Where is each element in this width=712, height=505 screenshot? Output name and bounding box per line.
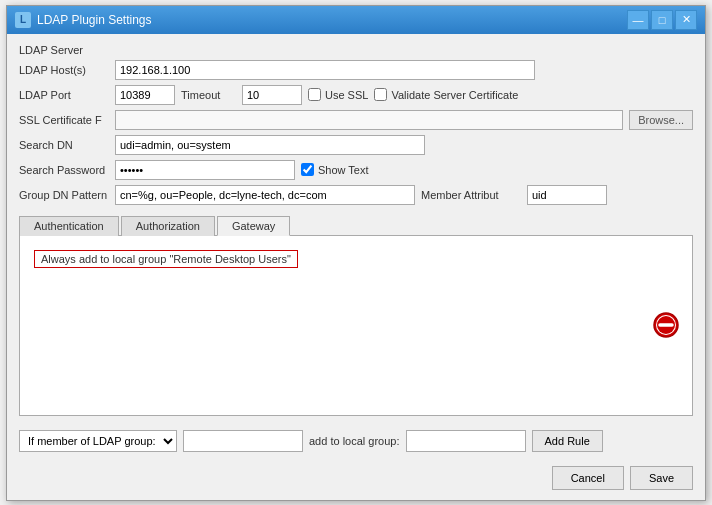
no-entry-icon xyxy=(652,311,680,339)
save-button[interactable]: Save xyxy=(630,466,693,490)
search-password-input[interactable] xyxy=(115,160,295,180)
validate-cert-label: Validate Server Certificate xyxy=(391,89,518,101)
app-icon: L xyxy=(15,12,31,28)
browse-button[interactable]: Browse... xyxy=(629,110,693,130)
group-dn-label: Group DN Pattern xyxy=(19,189,109,201)
port-label: LDAP Port xyxy=(19,89,109,101)
search-dn-input[interactable] xyxy=(115,135,425,155)
timeout-input[interactable] xyxy=(242,85,302,105)
tab-authorization[interactable]: Authorization xyxy=(121,216,215,236)
validate-cert-row: Validate Server Certificate xyxy=(374,88,518,101)
title-bar: L LDAP Plugin Settings — □ ✕ xyxy=(7,6,705,34)
window-title: LDAP Plugin Settings xyxy=(37,13,152,27)
ssl-cert-row: SSL Certificate F Browse... xyxy=(19,110,693,130)
show-text-row: Show Text xyxy=(301,163,369,176)
search-dn-label: Search DN xyxy=(19,139,109,151)
ssl-cert-input[interactable] xyxy=(115,110,623,130)
group-dn-input[interactable] xyxy=(115,185,415,205)
delete-rule-button[interactable] xyxy=(650,309,682,341)
timeout-label: Timeout xyxy=(181,89,236,101)
title-bar-left: L LDAP Plugin Settings xyxy=(15,12,152,28)
use-ssl-checkbox[interactable] xyxy=(308,88,321,101)
use-ssl-label: Use SSL xyxy=(325,89,368,101)
port-row: LDAP Port Timeout Use SSL Validate Serve… xyxy=(19,85,693,105)
show-text-label: Show Text xyxy=(318,164,369,176)
cancel-button[interactable]: Cancel xyxy=(552,466,624,490)
footer-row: Cancel Save xyxy=(19,462,693,490)
member-attr-label: Member Attribut xyxy=(421,189,521,201)
group-dn-row: Group DN Pattern Member Attribut xyxy=(19,185,693,205)
tab-authentication[interactable]: Authentication xyxy=(19,216,119,236)
title-controls: — □ ✕ xyxy=(627,10,697,30)
maximize-button[interactable]: □ xyxy=(651,10,673,30)
ldap-group-input[interactable] xyxy=(183,430,303,452)
gateway-tab-content: Always add to local group "Remote Deskto… xyxy=(19,236,693,416)
tabs-section: Authentication Authorization Gateway Alw… xyxy=(19,215,693,416)
use-ssl-row: Use SSL xyxy=(308,88,368,101)
show-text-checkbox[interactable] xyxy=(301,163,314,176)
if-member-select[interactable]: If member of LDAP group: xyxy=(19,430,177,452)
host-row: LDAP Host(s) xyxy=(19,60,693,80)
add-to-local-group-label: add to local group: xyxy=(309,435,400,447)
tabs-row: Authentication Authorization Gateway xyxy=(19,215,693,236)
add-rule-button[interactable]: Add Rule xyxy=(532,430,603,452)
host-input[interactable] xyxy=(115,60,535,80)
ldap-server-section-label: LDAP Server xyxy=(19,44,693,56)
search-password-row: Search Password Show Text xyxy=(19,160,693,180)
search-dn-row: Search DN xyxy=(19,135,693,155)
main-content: LDAP Server LDAP Host(s) LDAP Port Timeo… xyxy=(7,34,705,500)
search-password-label: Search Password xyxy=(19,164,109,176)
host-label: LDAP Host(s) xyxy=(19,64,109,76)
local-group-input[interactable] xyxy=(406,430,526,452)
minimize-button[interactable]: — xyxy=(627,10,649,30)
close-button[interactable]: ✕ xyxy=(675,10,697,30)
bottom-bar: If member of LDAP group: add to local gr… xyxy=(19,424,693,456)
tab-gateway[interactable]: Gateway xyxy=(217,216,290,236)
rule-item[interactable]: Always add to local group "Remote Deskto… xyxy=(34,250,298,268)
validate-cert-checkbox[interactable] xyxy=(374,88,387,101)
main-window: L LDAP Plugin Settings — □ ✕ LDAP Server… xyxy=(6,5,706,501)
ssl-cert-label: SSL Certificate F xyxy=(19,114,109,126)
port-input[interactable] xyxy=(115,85,175,105)
member-attr-input[interactable] xyxy=(527,185,607,205)
